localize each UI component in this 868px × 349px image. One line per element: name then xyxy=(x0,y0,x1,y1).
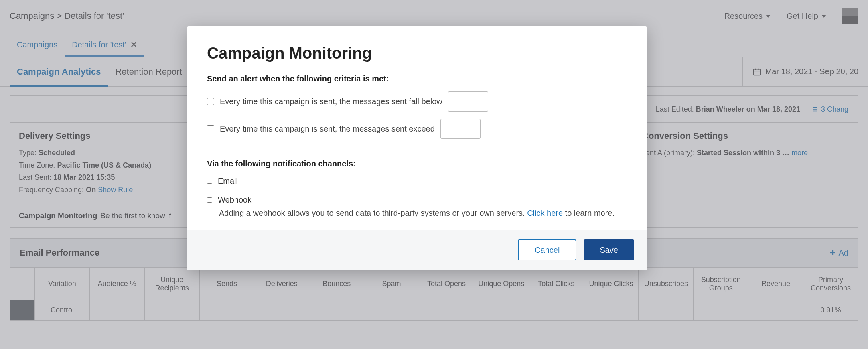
webhook-note-pre: Adding a webhook allows you to send data… xyxy=(219,209,527,217)
criteria-exceed-label: Every time this campaign is sent, the me… xyxy=(220,124,435,134)
criteria-below-label: Every time this campaign is sent, the me… xyxy=(220,97,442,106)
criteria-below-input[interactable] xyxy=(448,91,488,112)
webhook-learn-more-link[interactable]: Click here xyxy=(527,209,563,217)
channel-email-checkbox[interactable] xyxy=(207,179,212,184)
modal-separator xyxy=(207,147,627,147)
channel-email-label: Email xyxy=(218,177,238,186)
criteria-exceed-checkbox[interactable] xyxy=(207,125,214,132)
channels-section-label: Via the following notification channels: xyxy=(207,159,627,168)
channel-webhook-checkbox[interactable] xyxy=(207,197,212,203)
criteria-exceed-input[interactable] xyxy=(440,119,481,139)
criteria-section-label: Send an alert when the following criteri… xyxy=(207,74,627,83)
save-button[interactable]: Save xyxy=(584,239,634,260)
webhook-note-post: to learn more. xyxy=(563,209,614,217)
criteria-below-checkbox[interactable] xyxy=(207,98,214,105)
campaign-monitoring-modal: Campaign Monitoring Send an alert when t… xyxy=(187,26,647,270)
modal-title: Campaign Monitoring xyxy=(207,44,627,62)
channel-webhook-label: Webhook xyxy=(218,195,251,205)
cancel-button[interactable]: Cancel xyxy=(518,239,576,260)
